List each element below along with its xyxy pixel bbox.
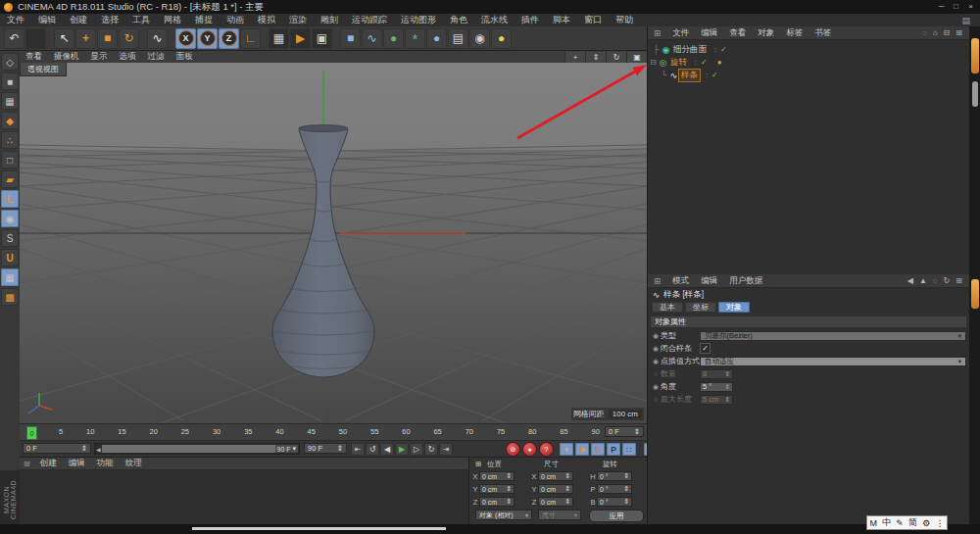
- keyframe-dot-icon[interactable]: ◉: [651, 358, 661, 365]
- panel-menu-icon[interactable]: ⊞: [20, 460, 34, 468]
- type-dropdown[interactable]: 贝塞尔(Bezier)▾: [700, 331, 966, 341]
- om-menu-view[interactable]: 查看: [723, 27, 752, 39]
- menu-snap[interactable]: 捕捉: [188, 14, 220, 26]
- floor-button[interactable]: ▤: [448, 28, 468, 49]
- menu-pipeline[interactable]: 流水线: [474, 14, 514, 26]
- rot-b-field[interactable]: 0 °⇕: [597, 497, 632, 507]
- play-button[interactable]: ▶: [395, 443, 409, 456]
- range-slider-bar[interactable]: 90 F ▾: [102, 445, 298, 453]
- mat-menu-function[interactable]: 功能: [91, 458, 120, 469]
- visibility-dots-icon[interactable]: :: [706, 72, 709, 78]
- vp-menu-filter[interactable]: 过滤: [142, 51, 171, 63]
- angle-stepper[interactable]: 5 °⇕: [700, 382, 733, 392]
- ime-toolbar[interactable]: M 中 ✎ 简 ⚙ ⋮: [866, 515, 948, 530]
- am-panel-icon[interactable]: ⊞: [648, 276, 666, 286]
- undo-button[interactable]: ↶: [4, 28, 24, 49]
- ime-settings-icon[interactable]: ⚙: [922, 518, 930, 528]
- timeline-ruler[interactable]: 0 51015 202530 354045 505560 657075 8085…: [20, 423, 647, 441]
- spline-pen-button[interactable]: ∿: [362, 28, 382, 49]
- mat-menu-edit[interactable]: 编辑: [63, 458, 91, 469]
- timeline-playhead[interactable]: 0: [26, 426, 37, 440]
- pan-view-icon[interactable]: +: [564, 52, 585, 63]
- autokey-button[interactable]: ●: [523, 443, 536, 456]
- am-search-icon[interactable]: ◌: [930, 276, 941, 285]
- menu-script[interactable]: 脚本: [546, 14, 577, 26]
- volume-button[interactable]: ●: [426, 28, 447, 49]
- toggle-view-icon[interactable]: ▣: [626, 52, 647, 63]
- ime-lang[interactable]: 中: [882, 516, 891, 529]
- om-search-icon[interactable]: ◌: [919, 28, 930, 37]
- size-x-field[interactable]: 0 cm⇕: [538, 471, 573, 481]
- am-back-icon[interactable]: ◀: [905, 276, 916, 285]
- pos-y-field[interactable]: 0 cm⇕: [479, 484, 514, 494]
- rotate-view-icon[interactable]: ↻: [606, 52, 626, 63]
- coord-size-mode-dropdown[interactable]: 尺寸▾: [538, 510, 581, 520]
- keyframe-dot-icon[interactable]: ◉: [651, 332, 661, 340]
- layout-tab-handle-2[interactable]: [971, 279, 979, 309]
- menu-render[interactable]: 渲染: [282, 14, 314, 26]
- enable-axis-button[interactable]: L: [1, 190, 19, 208]
- locked-workplane-button[interactable]: ▩: [1, 288, 19, 306]
- add-cube-button[interactable]: ■: [340, 28, 361, 49]
- viewport-tab[interactable]: 透视视图: [20, 63, 67, 76]
- menu-help[interactable]: 帮助: [609, 14, 640, 26]
- size-y-field[interactable]: 0 cm⇕: [538, 484, 573, 494]
- x-axis-button[interactable]: X: [175, 28, 196, 49]
- keyframe-dot-icon[interactable]: ◉: [651, 345, 661, 353]
- loop-button[interactable]: ↻: [424, 443, 438, 456]
- close-button[interactable]: ×: [963, 0, 978, 13]
- am-refresh-icon[interactable]: ↻: [941, 276, 954, 285]
- object-row-spline[interactable]: └ ∿ 样条 : ✓: [660, 69, 718, 81]
- om-panel-icon[interactable]: ⊞: [648, 28, 666, 38]
- keyframe-dot-icon[interactable]: ◉: [651, 383, 661, 391]
- render-settings-button[interactable]: ▣: [312, 28, 332, 49]
- close-spline-checkbox[interactable]: ✓: [700, 343, 710, 354]
- visibility-dots-icon[interactable]: :: [695, 59, 698, 66]
- menu-tools[interactable]: 工具: [125, 14, 157, 26]
- menu-sculpt[interactable]: 雕刻: [314, 14, 345, 26]
- menu-plugins[interactable]: 插件: [514, 14, 546, 26]
- range-end-field[interactable]: 90 F⇕: [304, 443, 347, 454]
- edges-mode-button[interactable]: □: [1, 151, 19, 169]
- menu-character[interactable]: 角色: [443, 14, 474, 26]
- spinner-icon[interactable]: ⇕: [634, 427, 640, 436]
- record-button[interactable]: ⊘: [507, 443, 519, 456]
- pos-x-field[interactable]: 0 cm⇕: [479, 471, 514, 481]
- om-menu-edit[interactable]: 编辑: [695, 27, 723, 39]
- perspective-viewport[interactable]: 查看 摄像机 显示 选项 过滤 面板 + ⇕ ↻ ▣ 透视视图: [20, 51, 647, 423]
- object-name[interactable]: 细分曲面: [671, 44, 709, 56]
- mat-menu-texture[interactable]: 纹理: [120, 458, 148, 469]
- om-menu-bookmarks[interactable]: 书签: [808, 27, 837, 39]
- pos-z-field[interactable]: 0 cm⇕: [479, 497, 514, 507]
- zoom-view-icon[interactable]: ⇕: [585, 52, 606, 63]
- snap-button[interactable]: S: [1, 229, 19, 247]
- live-selection-button[interactable]: ↖: [54, 28, 74, 49]
- prev-frame-button[interactable]: ◀: [380, 443, 394, 456]
- timeline-range-slider[interactable]: ◀ 90 F ▾: [94, 443, 300, 455]
- menu-mesh[interactable]: 网格: [157, 14, 188, 26]
- ime-pen-icon[interactable]: ✎: [896, 518, 904, 528]
- menu-simulate[interactable]: 模拟: [251, 14, 282, 26]
- rotate-button[interactable]: ↻: [119, 28, 139, 49]
- polygons-mode-button[interactable]: ▰: [1, 170, 19, 188]
- points-mode-button[interactable]: ∴: [1, 131, 19, 149]
- scale-button[interactable]: ■: [97, 28, 118, 49]
- am-expand-icon[interactable]: ⊞: [953, 276, 965, 285]
- mograph-button[interactable]: *: [405, 28, 425, 49]
- menu-motion-tracker[interactable]: 运动跟踪: [345, 14, 394, 26]
- texture-mode-button[interactable]: ▦: [1, 92, 19, 110]
- range-start-field[interactable]: 0 F⇕: [23, 443, 91, 454]
- key-position-toggle[interactable]: +: [560, 443, 573, 456]
- enabled-check-icon[interactable]: ✓: [711, 71, 718, 79]
- om-menu-tags[interactable]: 标签: [780, 27, 808, 39]
- make-editable-button[interactable]: ◇: [1, 53, 19, 71]
- tab-basic[interactable]: 基本: [652, 302, 683, 313]
- object-row-lathe[interactable]: ⊟ ◎ 旋转 : ✓ ●: [649, 56, 722, 69]
- tag-dot-icon[interactable]: ●: [717, 58, 722, 67]
- menu-animate[interactable]: 动画: [220, 14, 251, 26]
- layout-switch-icon[interactable]: ▤: [955, 16, 980, 25]
- viewport-solo-button[interactable]: ◉: [1, 210, 19, 227]
- am-menu-userdata[interactable]: 用户数据: [723, 275, 768, 287]
- next-frame-button[interactable]: ▷: [410, 443, 423, 456]
- coordinate-system-button[interactable]: ∟: [240, 28, 261, 49]
